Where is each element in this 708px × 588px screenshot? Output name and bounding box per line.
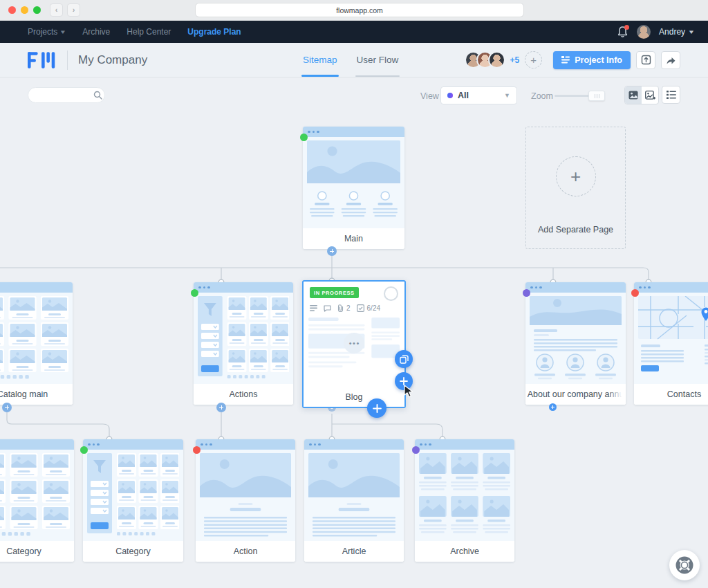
wireframe-catalog [0,450,74,541]
plus-icon [373,404,382,413]
url-bar[interactable]: flowmapp.com [196,3,523,17]
help-button[interactable] [669,550,700,580]
collaborators-extra-count[interactable]: +5 [510,55,520,65]
card-meta-row: 2 6/24 [310,304,380,312]
wireframe-article [196,450,295,541]
share-arrow-icon [665,55,676,65]
card-header [415,439,514,450]
zoom-slider-handle[interactable] [588,91,605,101]
hide-thumbnails-button[interactable] [642,86,658,104]
tab-sitemap[interactable]: Sitemap [303,43,337,77]
wireframe-catalog [0,293,73,384]
progress-ring[interactable] [384,286,398,301]
attachment-icon [337,304,344,312]
nav-item-upgrade-plan[interactable]: Upgrade Plan [187,27,241,37]
add-child-node-about[interactable] [549,403,557,411]
page-card-contacts[interactable]: Contacts [634,282,708,405]
project-title: My Company [78,53,147,67]
divider [67,50,68,70]
collaborator-avatars[interactable] [465,51,505,68]
page-label: Actions [194,384,293,405]
wireframe-archive-grid [415,450,514,541]
flowmapp-logo-icon[interactable] [28,52,57,68]
status-dot-green [80,446,88,454]
show-thumbnails-button[interactable] [625,86,642,104]
add-child-node-main[interactable] [327,246,337,256]
duplicate-page-button[interactable] [395,350,413,368]
page-card-about[interactable]: About our company annu [525,282,626,405]
view-tabs: Sitemap User Flow [303,43,398,77]
more-options-button[interactable] [344,333,364,353]
project-info-button[interactable]: Project Info [553,51,631,69]
notifications-button[interactable] [617,26,628,38]
sitemap-canvas: View All ▼ Zoom [0,77,708,588]
wireframe-landing [303,137,404,228]
comment-icon [324,305,331,312]
expand-window-icon[interactable] [33,6,41,14]
page-label: Contacts [634,384,708,405]
share-button[interactable] [661,51,680,69]
page-card-archive[interactable]: Archive [415,439,514,562]
wireframe-filter-catalog [83,450,183,541]
url-text: flowmapp.com [336,6,383,15]
notes-icon [310,305,317,311]
page-label: Category [0,541,74,562]
add-page-below-button[interactable] [367,398,386,418]
nav-item-help-center[interactable]: Help Center [127,27,171,37]
status-dot-green [300,134,308,141]
avatar[interactable] [637,25,651,39]
page-card-main[interactable]: Main [303,127,404,249]
card-header [196,439,295,450]
wireframe-contacts [634,293,708,384]
export-button[interactable] [636,51,655,69]
list-view-button[interactable] [662,86,680,104]
card-header [304,439,404,450]
chevron-down-icon: ▼ [504,92,510,99]
image-export-icon [645,91,655,100]
view-label: View [420,91,439,101]
status-dot-green [191,289,198,297]
status-dot-red [631,289,639,297]
add-child-node-actions[interactable] [216,403,226,412]
image-view-icon [628,91,638,100]
top-nav: Projects▼ Archive Help Center Upgrade Pl… [0,21,708,43]
view-filter-value: All [458,91,469,100]
user-menu[interactable]: Andrey ▼ [659,27,694,37]
card-header [0,439,74,450]
page-card-blog-selected[interactable]: IN PROGRESS 2 6/24 Blog [302,280,406,408]
page-card-category-1[interactable]: Category [0,439,74,562]
page-card-actions[interactable]: Actions [194,282,293,405]
page-card-catalog-main[interactable]: Catalog main [0,282,73,405]
close-window-icon[interactable] [8,6,16,14]
wireframe-about [525,293,626,384]
status-dot-purple [412,446,420,454]
minimize-window-icon[interactable] [21,6,28,14]
forward-icon[interactable]: › [67,3,80,17]
search-icon [93,91,102,100]
card-header [303,127,404,137]
chevron-down-icon: ▼ [59,29,66,35]
list-icon [561,56,570,64]
nav-item-projects[interactable]: Projects▼ [28,27,66,37]
tab-user-flow[interactable]: User Flow [357,43,399,77]
page-label: Catalog main [0,384,73,405]
page-card-action[interactable]: Action [196,439,295,562]
back-icon[interactable]: ‹ [50,3,63,17]
view-filter-dropdown[interactable]: All ▼ [440,86,517,104]
tree-list-icon [667,91,676,99]
wireframe-article [304,450,404,541]
attachment-count: 2 [346,304,351,312]
add-collaborator-button[interactable]: + [525,51,542,68]
thumbnail-view-toggle [624,86,659,104]
export-icon [641,55,651,65]
search-input[interactable] [35,91,93,100]
nav-item-archive[interactable]: Archive [82,27,110,37]
page-card-article[interactable]: Article [304,439,404,562]
search-box [28,87,105,103]
card-header [525,282,626,293]
card-header [83,439,183,450]
zoom-label: Zoom [531,91,553,101]
add-child-node-catalog[interactable] [2,403,12,412]
page-card-category-2[interactable]: Category [83,439,183,562]
add-separate-page-button[interactable]: + Add Separate Page [525,127,626,249]
